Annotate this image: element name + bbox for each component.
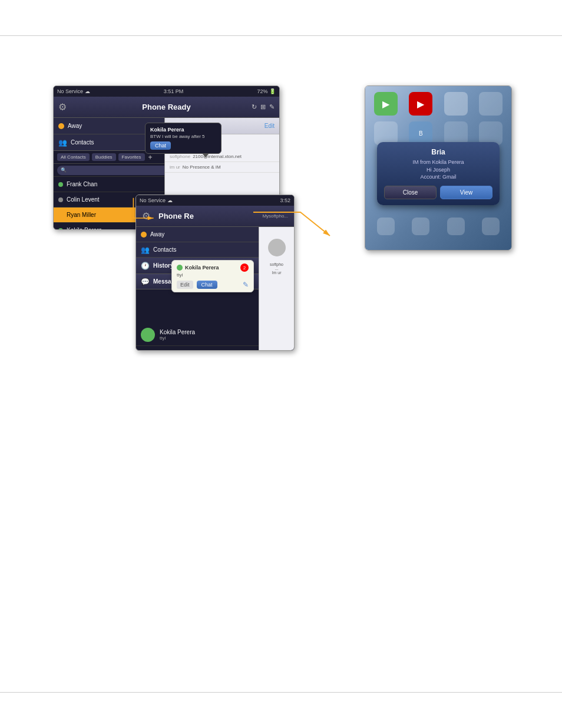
blank-icon-1 bbox=[444, 92, 468, 116]
ios-background: ▶ ▶ B Bria IM from Kokila Perera Hi Jose… bbox=[365, 86, 511, 250]
contacts-label-2: Contacts bbox=[153, 246, 176, 253]
connector-arrow-notification bbox=[253, 195, 359, 265]
status-dot-frank bbox=[58, 182, 63, 187]
bria-notification: Bria IM from Kokila Perera Hi Joseph Acc… bbox=[377, 142, 500, 205]
blank-icon-5 bbox=[479, 121, 503, 145]
video-symbol: ▶ bbox=[382, 98, 389, 110]
dock-icon-4 bbox=[482, 218, 500, 235]
notification-close-button[interactable]: Close bbox=[384, 186, 437, 199]
status-dot-colin bbox=[58, 197, 63, 202]
away-status-dot bbox=[58, 123, 64, 129]
dock-icon-1 bbox=[377, 218, 395, 235]
youtube-app-icon: ▶ bbox=[409, 92, 432, 116]
away-dot-2 bbox=[141, 232, 147, 238]
statusbar-center-1: 3:51 PM bbox=[164, 88, 184, 94]
tab-all-contacts[interactable]: All Contacts bbox=[57, 153, 90, 161]
info-edit-button[interactable]: Edit bbox=[265, 123, 275, 129]
tooltip-badge: 2 bbox=[240, 263, 249, 272]
tooltip-edit-button[interactable]: Edit bbox=[177, 281, 193, 289]
history-label: History bbox=[153, 262, 173, 269]
statusbar-left-1: No Service ☁ bbox=[57, 88, 90, 94]
away-label-1: Away bbox=[68, 123, 82, 129]
info-im-field: im ur No Presence & IM bbox=[165, 162, 279, 173]
statusbar-left-2: No Service ☁ bbox=[140, 197, 173, 203]
statusbar-1: No Service ☁ 3:51 PM 72% 🔋 bbox=[54, 86, 279, 97]
search-placeholder-1: 🔍 bbox=[61, 167, 67, 173]
tab-favorites[interactable]: Favorites bbox=[118, 153, 145, 161]
video-app-icon: ▶ bbox=[374, 92, 398, 116]
bria-icon-label: B bbox=[419, 130, 423, 137]
screenshot-ios-notification: ▶ ▶ B Bria IM from Kokila Perera Hi Jose… bbox=[365, 85, 512, 251]
bottom-divider bbox=[0, 692, 562, 693]
blank-icon-3 bbox=[374, 121, 398, 145]
bria-logo-icon: ⚙ bbox=[58, 101, 67, 113]
add-tab-icon[interactable]: + bbox=[148, 153, 153, 162]
contact-name-frank: Frank Chan bbox=[67, 181, 97, 187]
info-phone-value: 2100@internal.xton.net bbox=[193, 154, 242, 159]
chat-preview-kokila: ttyl bbox=[160, 335, 260, 341]
tooltip-chat-button-2[interactable]: Chat bbox=[197, 281, 217, 289]
toolbar-icons-1: ↻ ⊞ ✎ bbox=[252, 103, 275, 111]
info-im-value: No Presence & IM bbox=[183, 164, 221, 170]
tooltip-buttons: Edit Chat ✎ bbox=[177, 281, 249, 289]
compose-icon[interactable]: ✎ bbox=[243, 281, 249, 289]
toolbar-title-1: Phone Ready bbox=[142, 103, 190, 111]
tooltip-chat-button[interactable]: Chat bbox=[150, 141, 171, 150]
notification-view-button[interactable]: View bbox=[440, 186, 492, 199]
contacts-icon-2: 👥 bbox=[141, 246, 150, 254]
ios-icons-row2: B bbox=[368, 121, 508, 145]
contact-name-ryan: Ryan Miller bbox=[67, 212, 96, 218]
top-divider bbox=[0, 35, 562, 36]
youtube-symbol: ▶ bbox=[417, 98, 424, 110]
contact-name-kokila: Kokila Perera bbox=[67, 227, 102, 230]
notification-body: IM from Kokila Perera Hi Joseph Account:… bbox=[384, 159, 492, 181]
contacts-icon-1: 👥 bbox=[58, 139, 67, 147]
ios-dock bbox=[368, 218, 508, 235]
status-dot-kokila bbox=[58, 228, 63, 230]
messages-icon: 💬 bbox=[141, 278, 150, 286]
status-dot-ryan bbox=[58, 213, 63, 218]
contacts-label-1: Contacts bbox=[71, 139, 94, 146]
avatar-kokila bbox=[141, 328, 155, 342]
dock-icon-2 bbox=[412, 218, 429, 235]
notification-title: Bria bbox=[384, 148, 492, 156]
info-im-label: im ur bbox=[170, 164, 180, 170]
tooltip-message-2: ttyl bbox=[177, 272, 249, 278]
toolbar-1: ⚙ Phone Ready ↻ ⊞ ✎ bbox=[54, 97, 279, 118]
tooltip-contact-name-2: Kokila Perera bbox=[185, 265, 219, 271]
info-phone-label: softphone bbox=[170, 154, 190, 159]
history-icon: 🕐 bbox=[141, 262, 150, 270]
bria-logo-icon-2: ⚙ bbox=[142, 210, 150, 222]
notification-buttons: Close View bbox=[384, 186, 492, 199]
settings-icon: ✎ bbox=[269, 103, 275, 111]
tooltip-message: BTW I will be away after 5 bbox=[150, 134, 216, 139]
chat-tooltip-2: Kokila Perera 2 ttyl Edit Chat ✎ bbox=[171, 260, 254, 292]
bria-icon: B bbox=[409, 121, 432, 145]
dock-icon-3 bbox=[447, 218, 465, 235]
messages-label: Messa bbox=[153, 278, 171, 285]
notification-line1: IM from Kokila Perera bbox=[412, 159, 464, 165]
chat-info-kokila: Kokila Perera ttyl bbox=[160, 329, 260, 341]
contact-name-colin: Colin Levent bbox=[67, 196, 100, 203]
away-label-2: Away bbox=[150, 231, 164, 238]
statusbar-right-1: 72% 🔋 bbox=[257, 88, 276, 94]
notification-line3: Account: Gmail bbox=[420, 174, 456, 180]
refresh-icon: ↻ bbox=[252, 103, 257, 111]
grid-icon: ⊞ bbox=[260, 103, 266, 111]
notification-line2: Hi Joseph bbox=[427, 167, 450, 173]
toolbar-title-2: Phone Re bbox=[158, 212, 194, 220]
tab-buddies[interactable]: Buddies bbox=[92, 153, 116, 161]
chat-tooltip-1: Kokila Perera BTW I will be away after 5… bbox=[145, 123, 222, 154]
tooltip-status-dot bbox=[177, 265, 183, 271]
blank-icon-4 bbox=[444, 121, 468, 145]
chat-name-kokila: Kokila Perera bbox=[160, 329, 260, 335]
avatar-louis bbox=[141, 350, 155, 351]
tooltip-contact-name: Kokila Perera bbox=[150, 127, 216, 133]
blank-icon-2 bbox=[479, 92, 503, 116]
